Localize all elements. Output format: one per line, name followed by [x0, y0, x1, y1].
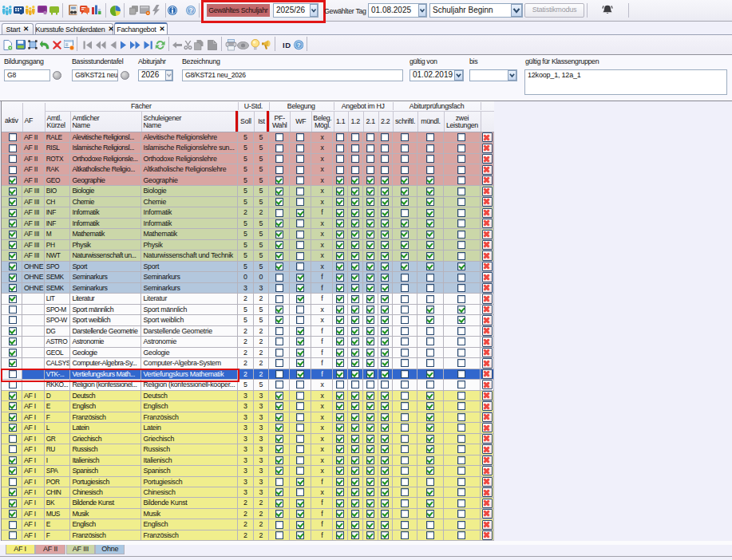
svg-text:?: ? [188, 6, 192, 14]
svg-text:?: ? [296, 41, 300, 49]
